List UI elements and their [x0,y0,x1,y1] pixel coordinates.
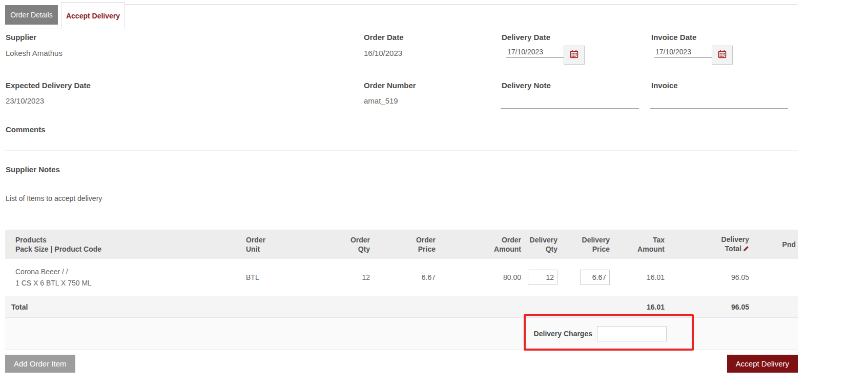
total-row: Total 16.01 96.05 [5,296,798,318]
total-label: Total [5,303,241,311]
col-header-delivery-total: Delivery Total [665,235,749,254]
order-qty-cell: 12 [287,273,370,281]
accept-delivery-button[interactable]: Accept Delivery [727,355,798,373]
table-row: Corona Beeer / / 1 CS X 6 BTL X 750 ML B… [5,259,798,296]
product-cell: Corona Beeer / / 1 CS X 6 BTL X 750 ML [5,266,241,289]
order-number-label: Order Number [364,80,416,91]
invoice-date-calendar-button[interactable] [712,46,733,65]
order-unit-cell: BTL [241,273,287,281]
tab-accept-delivery[interactable]: Accept Delivery [61,2,125,29]
invoice-date-input[interactable] [654,48,712,58]
delivery-charges-input[interactable] [597,326,667,341]
supplier-label: Supplier [6,32,36,43]
delivery-date-input[interactable] [506,48,564,58]
delivery-charges-row: Delivery Charges [5,318,798,350]
items-table: ProductsPack Size | Product Code OrderUn… [5,230,798,350]
delivery-total-cell: 96.05 [665,273,749,281]
delivery-price-input[interactable] [580,270,610,285]
delivery-date-label: Delivery Date [502,32,550,43]
total-delivery-total: 96.05 [665,303,749,311]
delivery-note-label: Delivery Note [502,80,551,91]
product-name: Corona Beeer / / [15,266,241,277]
col-header-order-amount: OrderAmount [436,235,521,254]
add-order-item-button[interactable]: Add Order Item [5,355,75,373]
tab-order-details[interactable]: Order Details [5,5,58,25]
col-header-order-qty: OrderQty [287,235,370,254]
order-date-label: Order Date [364,32,404,43]
total-tax-amount: 16.01 [610,303,665,311]
col-header-order-unit: OrderUnit [241,235,287,254]
tax-amount-cell: 16.01 [610,273,665,281]
col-header-order-price: OrderPrice [370,235,436,254]
edit-pencil-icon[interactable] [743,245,749,254]
order-form: Supplier Lokesh Amathus Order Date 16/10… [5,29,798,230]
product-pack-size: 1 CS X 6 BTL X 750 ML [15,277,241,289]
col-header-pnd: Pnd [749,240,798,249]
expected-delivery-date-value: 23/10/2023 [6,96,44,106]
invoice-input[interactable] [650,92,788,109]
supplier-value: Lokesh Amathus [6,48,63,58]
col-header-delivery-price: DeliveryPrice [557,235,610,254]
tab-bar: Order Details Accept Delivery [0,0,868,29]
tab-divider-right [125,4,798,5]
delivery-date-calendar-button[interactable] [564,46,585,65]
action-buttons: Add Order Item Accept Delivery [5,355,798,373]
supplier-notes-label: Supplier Notes [6,165,60,175]
expected-delivery-date-label: Expected Delivery Date [6,80,91,91]
col-header-tax-amount: TaxAmount [610,235,665,254]
order-number-value: amat_519 [364,96,398,106]
comments-input[interactable] [5,132,798,151]
table-header-row: ProductsPack Size | Product Code OrderUn… [5,230,798,259]
delivery-charges-label: Delivery Charges [534,330,592,338]
col-header-delivery-qty: DeliveryQty [521,235,557,254]
invoice-label: Invoice [651,80,678,91]
order-date-value: 16/10/2023 [364,48,402,58]
delivery-note-input[interactable] [501,92,639,109]
col-header-products: ProductsPack Size | Product Code [5,235,241,254]
calendar-icon [570,50,578,60]
order-amount-cell: 80.00 [436,273,521,281]
delivery-qty-input[interactable] [528,270,557,285]
invoice-date-label: Invoice Date [651,32,696,43]
calendar-icon [718,50,727,60]
order-price-cell: 6.67 [370,273,436,281]
items-section-title: List of Items to accept delivery [6,194,102,202]
